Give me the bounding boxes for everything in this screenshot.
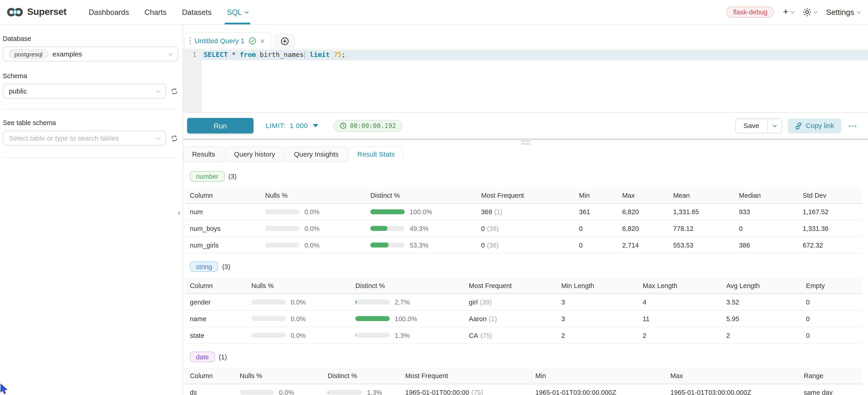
query-tab-title: Untitled Query 1 [194, 37, 245, 44]
drag-handle-icon[interactable] [189, 37, 191, 44]
copy-link-button[interactable]: Copy link [787, 118, 841, 133]
table-select[interactable]: Select table or type to search tables [3, 131, 166, 146]
limit-dropdown[interactable]: LIMIT: 1 000 [266, 122, 318, 130]
stat-value: 778.12 [669, 224, 735, 232]
sun-icon [803, 8, 812, 17]
results-tab-query-history[interactable]: Query history [225, 146, 284, 162]
stat-value: 11 [638, 315, 722, 323]
mouse-cursor [0, 384, 9, 395]
close-tab-icon[interactable]: × [260, 37, 265, 44]
most-frequent-count: (75) [471, 388, 483, 395]
type-badge-string: string [190, 261, 218, 272]
results-tab-result-stats[interactable]: Result Stats [348, 146, 404, 162]
query-tab[interactable]: Untitled Query 1 × [184, 32, 272, 49]
run-button[interactable]: Run [187, 118, 254, 133]
save-options-button[interactable] [767, 119, 781, 133]
nav-item-sql[interactable]: SQL [219, 0, 256, 25]
stat-value: 672.32 [798, 241, 862, 249]
results-tab-query-insights[interactable]: Query Insights [285, 146, 348, 162]
section-badge-row: date(1) [190, 352, 862, 362]
settings-menu[interactable]: Settings [826, 8, 860, 17]
nulls-bar [251, 299, 286, 304]
column-header: Range [800, 372, 862, 380]
stat-value: 1965-01-01T03:00:00.000Z [531, 388, 666, 395]
most-frequent-count: (39) [487, 224, 499, 232]
most-frequent-count: (75) [480, 331, 492, 339]
distinct-cell: 100.0% [366, 208, 476, 216]
most-frequent-cell: Aaron(1) [464, 315, 557, 323]
column-header: Empty [802, 282, 862, 290]
column-header: Min [575, 191, 618, 199]
column-header: Max Length [638, 282, 722, 290]
schema-select[interactable]: public [3, 84, 166, 98]
nulls-pct: 0.0% [291, 315, 306, 323]
nulls-pct: 0.0% [291, 298, 306, 306]
sql-token: limit [310, 51, 330, 59]
distinct-bar [328, 390, 362, 395]
table-row: num0.0%100.0%369(1)3616,8201,331.659331,… [185, 204, 862, 220]
add-query-tab-button[interactable] [274, 34, 296, 49]
column-header: Column [185, 372, 235, 380]
sql-token: SELECT [204, 51, 228, 59]
clock-icon [340, 122, 347, 129]
save-button[interactable]: Save [736, 122, 767, 130]
refresh-tables-icon[interactable] [170, 134, 178, 142]
column-header: Median [735, 191, 798, 199]
stat-table-date: ColumnNulls %Distinct %Most FrequentMinM… [185, 368, 862, 395]
nulls-cell: 0.0% [261, 208, 366, 216]
distinct-bar-fill [328, 390, 328, 395]
column-header: Distinct % [323, 372, 401, 380]
stat-value: 0 [802, 331, 862, 339]
database-engine-tag: postgresql [9, 49, 48, 59]
more-actions-button[interactable]: ··· [847, 122, 859, 130]
stat-section-date: date(1)ColumnNulls %Distinct %Most Frequ… [185, 352, 862, 395]
table-row: state0.0%1.3%CA(75)2220 [185, 327, 862, 344]
nulls-bar [251, 333, 286, 338]
save-split-button: Save [735, 118, 782, 133]
nulls-bar [265, 209, 300, 214]
schema-value: public [9, 87, 27, 95]
stat-value: 0 [575, 224, 618, 232]
theme-toggle-button[interactable] [803, 8, 817, 17]
stat-value: 4 [638, 298, 722, 306]
column-header: Column [185, 282, 247, 290]
most-frequent-value: 1965-01-01T00:00:00 [405, 388, 469, 395]
distinct-cell: 2.7% [351, 298, 465, 306]
new-item-button[interactable]: + [783, 7, 794, 18]
column-header: Max [666, 372, 800, 380]
superset-logo[interactable]: Superset [7, 7, 66, 18]
column-header: Most Frequent [477, 191, 575, 199]
splitter-drag-handle-icon[interactable] [521, 141, 530, 145]
chevron-down-icon [814, 9, 818, 13]
results-tab-results[interactable]: Results [183, 146, 224, 162]
plus-icon: + [783, 7, 788, 18]
refresh-schemas-icon[interactable] [170, 87, 178, 95]
most-frequent-count: (39) [480, 298, 492, 306]
nulls-cell: 0.0% [261, 224, 366, 232]
nav-item-charts[interactable]: Charts [137, 0, 174, 25]
section-badge-row: number(3) [190, 171, 862, 182]
column-header: Std Dev [798, 191, 862, 199]
line-number: 1 [183, 51, 196, 59]
nav-item-label: Dashboards [89, 8, 129, 16]
distinct-bar [355, 333, 390, 338]
distinct-bar [370, 226, 405, 231]
column-header: Column [185, 191, 260, 199]
chevron-down-icon [156, 135, 161, 140]
schema-label: Schema [3, 72, 178, 80]
editor-code-area[interactable]: SELECT * from birth_names limit 75; [202, 49, 868, 113]
pane-splitter[interactable] [183, 139, 868, 140]
sql-editor[interactable]: 1 SELECT * from birth_names limit 75; [183, 49, 868, 113]
stat-value: 0 [575, 241, 618, 249]
editor-line-numbers: 1 [183, 49, 202, 113]
column-header: Distinct % [366, 191, 476, 199]
chevron-down-icon [168, 51, 173, 56]
type-count: (3) [222, 263, 230, 270]
database-select[interactable]: postgresql examples [3, 47, 178, 61]
stat-column-name: name [185, 315, 247, 323]
nav-item-dashboards[interactable]: Dashboards [81, 0, 137, 25]
sql-code-line[interactable]: SELECT * from birth_names limit 75; [202, 50, 868, 60]
nav-item-datasets[interactable]: Datasets [174, 0, 219, 25]
collapse-sidebar-icon[interactable]: ‹ [177, 208, 182, 217]
stat-column-name: ds [185, 388, 235, 395]
